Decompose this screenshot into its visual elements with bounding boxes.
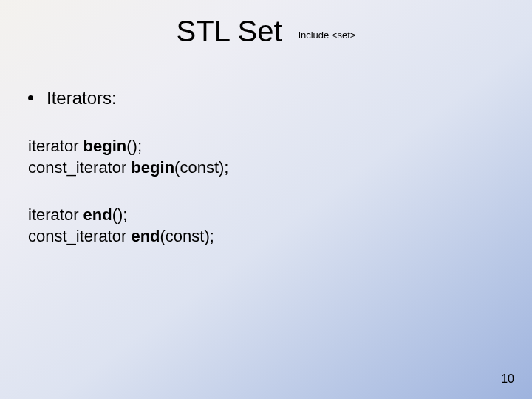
slide-title: STL Set: [177, 15, 282, 48]
code-line: const_iterator end(const);: [28, 226, 504, 248]
code-keyword: end: [83, 205, 112, 224]
code-text: (const);: [174, 158, 228, 177]
code-block-begin: iterator begin(); const_iterator begin(c…: [28, 136, 504, 178]
slide-body: Iterators: iterator begin(); const_itera…: [28, 87, 504, 273]
code-text: iterator: [28, 205, 83, 224]
code-block-end: iterator end(); const_iterator end(const…: [28, 205, 504, 247]
code-text: ();: [126, 137, 142, 155]
code-text: const_iterator: [28, 158, 131, 177]
bullet-item: Iterators:: [28, 87, 504, 109]
code-text: const_iterator: [28, 227, 131, 245]
code-line: const_iterator begin(const);: [28, 157, 504, 179]
code-text: iterator: [28, 137, 83, 155]
bullet-dot-icon: [28, 95, 33, 100]
page-number: 10: [501, 372, 514, 386]
slide: STL Set include <set> Iterators: iterato…: [0, 0, 532, 399]
code-keyword: begin: [83, 137, 127, 155]
code-text: (const);: [160, 227, 214, 245]
code-line: iterator end();: [28, 205, 504, 226]
code-keyword: begin: [131, 158, 174, 177]
code-text: ();: [112, 205, 128, 224]
code-keyword: end: [131, 227, 160, 245]
title-row: STL Set include <set>: [0, 15, 532, 48]
bullet-text: Iterators:: [47, 87, 117, 109]
slide-subtitle: include <set>: [299, 30, 355, 41]
code-line: iterator begin();: [28, 136, 504, 157]
